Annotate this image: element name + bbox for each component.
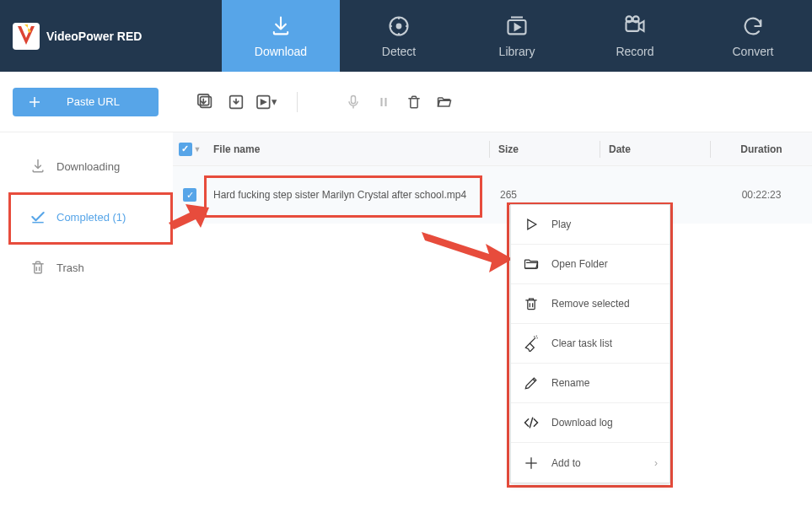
- nav-tab-convert[interactable]: Convert: [694, 0, 812, 72]
- menu-clear-task-list[interactable]: Clear task list: [511, 324, 669, 364]
- toolbar-btn-settings-dropdown[interactable]: [255, 90, 278, 114]
- logo-section: VideoPower RED: [0, 0, 222, 72]
- batch-icon: [196, 93, 215, 111]
- nav-tab-label: Record: [616, 45, 653, 58]
- nav-tabs: Download Detect Library Record Convert: [222, 0, 812, 72]
- completed-icon: [30, 208, 46, 225]
- check-icon: ✓: [186, 190, 194, 201]
- menu-open-folder[interactable]: Open Folder: [511, 245, 669, 284]
- svg-point-4: [397, 24, 401, 28]
- trash-menu-icon: [523, 295, 540, 312]
- broom-icon: [523, 335, 540, 352]
- nav-tab-download[interactable]: Download: [222, 0, 340, 72]
- detect-icon: [387, 14, 411, 38]
- app-title: VideoPower RED: [46, 30, 142, 43]
- row-filename: Hard fucking step sister Marilyn Crystal…: [207, 189, 492, 201]
- sidebar: Downloading Completed (1) Trash: [0, 132, 173, 507]
- menu-label: Play: [551, 218, 571, 230]
- plus-menu-icon: [523, 455, 540, 472]
- folder-icon: [523, 256, 540, 272]
- downloading-icon: [30, 158, 46, 175]
- toolbar-group-2: [341, 90, 456, 114]
- toolbar-btn-download-single[interactable]: [224, 90, 248, 114]
- record-icon: [623, 14, 647, 38]
- app-logo-icon: [13, 23, 40, 50]
- download-box-icon: [227, 93, 245, 111]
- dropdown-caret-icon[interactable]: ▼: [194, 145, 202, 154]
- sidebar-item-completed[interactable]: Completed (1): [0, 191, 173, 242]
- row-check-col: ✓: [173, 188, 207, 202]
- download-icon: [269, 14, 293, 38]
- menu-rename[interactable]: Rename: [511, 364, 669, 403]
- chevron-right-icon: ›: [654, 457, 658, 469]
- table-row[interactable]: ✓ Hard fucking step sister Marilyn Cryst…: [173, 166, 812, 224]
- toolbar-btn-delete[interactable]: [402, 90, 426, 114]
- mic-icon: [345, 94, 362, 111]
- menu-label: Remove selected: [551, 298, 630, 310]
- folder-open-icon: [435, 94, 454, 111]
- header-date[interactable]: Date: [600, 143, 710, 155]
- row-duration: 00:22:23: [711, 189, 812, 201]
- menu-download-log[interactable]: Download log: [511, 403, 669, 443]
- sidebar-label: Downloading: [56, 160, 120, 173]
- header-check-col: ✓ ▼: [173, 143, 207, 156]
- paste-url-button[interactable]: Paste URL: [13, 88, 159, 116]
- menu-label: Add to: [551, 457, 581, 469]
- sidebar-label: Completed (1): [56, 211, 126, 224]
- sidebar-item-trash[interactable]: Trash: [0, 242, 173, 293]
- check-icon: ✓: [181, 143, 189, 154]
- header-filename[interactable]: File name: [207, 143, 489, 155]
- play-icon: [523, 216, 540, 233]
- toolbar-divider: [297, 92, 298, 112]
- library-icon: [505, 14, 529, 38]
- svg-marker-22: [272, 100, 276, 104]
- paste-url-label: Paste URL: [67, 95, 120, 108]
- app-header: VideoPower RED Download Detect Library R…: [0, 0, 812, 72]
- pause-icon: [375, 94, 392, 111]
- trash-icon: [406, 94, 422, 111]
- sidebar-item-downloading[interactable]: Downloading: [0, 141, 173, 191]
- header-duration[interactable]: Duration: [711, 143, 812, 155]
- menu-label: Rename: [551, 377, 589, 389]
- video-settings-icon: [255, 93, 277, 111]
- row-checkbox[interactable]: ✓: [183, 188, 196, 202]
- toolbar-btn-batch[interactable]: [194, 90, 218, 114]
- svg-marker-27: [528, 219, 536, 229]
- row-size: 265: [492, 189, 601, 201]
- sidebar-label: Trash: [56, 262, 84, 274]
- menu-label: Download log: [551, 417, 613, 429]
- nav-tab-label: Detect: [382, 45, 416, 58]
- content-area: Downloading Completed (1) Trash ✓ ▼ File…: [0, 132, 812, 507]
- menu-play[interactable]: Play: [511, 205, 669, 245]
- menu-label: Open Folder: [551, 258, 608, 270]
- svg-rect-0: [13, 23, 40, 50]
- header-size[interactable]: Size: [490, 143, 600, 155]
- nav-tab-label: Library: [499, 45, 535, 58]
- menu-add-to[interactable]: Add to ›: [511, 443, 669, 483]
- toolbar: Paste URL: [0, 72, 812, 132]
- toolbar-group-1: [194, 90, 278, 114]
- menu-remove-selected[interactable]: Remove selected: [511, 284, 669, 324]
- nav-tab-label: Convert: [732, 45, 773, 58]
- toolbar-btn-pause[interactable]: [372, 90, 395, 114]
- code-icon: [523, 414, 540, 431]
- svg-rect-23: [352, 95, 356, 103]
- table-header: ✓ ▼ File name Size Date Duration: [173, 132, 812, 166]
- main-panel: ✓ ▼ File name Size Date Duration ✓ Hard …: [173, 132, 812, 507]
- plus-icon: [28, 95, 41, 109]
- menu-label: Clear task list: [551, 337, 612, 349]
- nav-tab-record[interactable]: Record: [576, 0, 694, 72]
- select-all-checkbox[interactable]: ✓: [179, 143, 192, 156]
- nav-tab-library[interactable]: Library: [458, 0, 576, 72]
- context-menu: Play Open Folder Remove selected Clear t…: [510, 204, 670, 483]
- svg-marker-21: [261, 100, 266, 105]
- svg-marker-10: [515, 24, 520, 30]
- convert-icon: [741, 14, 765, 38]
- toolbar-btn-mic[interactable]: [341, 90, 365, 114]
- pencil-icon: [523, 375, 540, 391]
- toolbar-btn-folder[interactable]: [433, 90, 456, 114]
- trash-sidebar-icon: [30, 259, 46, 276]
- nav-tab-label: Download: [255, 45, 307, 58]
- nav-tab-detect[interactable]: Detect: [340, 0, 458, 72]
